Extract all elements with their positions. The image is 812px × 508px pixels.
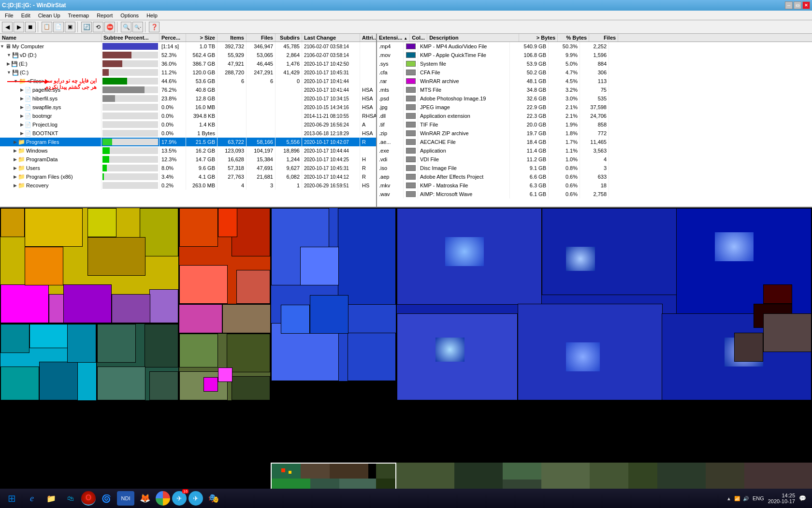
tree-row[interactable]: ▶📄swapfile.sys0.0%16.0 MB2020-10-15 14:3… xyxy=(0,103,376,112)
expand-icon[interactable]: ▶ xyxy=(7,61,10,66)
ext-row[interactable]: .mtsMTS File34.8 GB3.2%75 xyxy=(377,85,812,94)
expand-icon[interactable]: ▶ xyxy=(20,87,24,92)
tb-help[interactable]: ❓ xyxy=(149,22,160,32)
tb-cancel[interactable]: ⛔ xyxy=(104,22,115,32)
tree-row[interactable]: ▼📁<Files>44.6%53.6 GB6602020-10-17 10:41… xyxy=(0,77,376,85)
ext-col-ext[interactable]: Extensi... ▲ xyxy=(377,34,410,42)
ext-row[interactable]: .mp4KMP - MP4 Audio/Video File540.9 GB50… xyxy=(377,42,812,51)
expand-icon[interactable]: ▶ xyxy=(14,148,17,153)
col-subdirs[interactable]: Subdirs xyxy=(276,34,302,42)
tb-refresh[interactable]: 🔄 xyxy=(81,22,92,32)
ext-row[interactable]: .psdAdobe Photoshop Image.1932.6 GB3.0%5… xyxy=(377,94,812,103)
ext-row[interactable]: .exeApplication11.4 GB1.1%3,563 xyxy=(377,146,812,155)
tree-row[interactable]: ▶💾(E:)36.0%386.7 GB47,92146,4451,4762020… xyxy=(0,59,376,68)
menu-file[interactable]: File xyxy=(1,12,17,19)
ext-row[interactable]: .zipWinRAR ZIP archive19.7 GB1.8%772 xyxy=(377,129,812,138)
expand-icon[interactable]: ▶ xyxy=(14,183,17,188)
tree-row[interactable]: ▶📄bootmgr0.0%394.8 KB2014-11-21 08:10:55… xyxy=(0,112,376,120)
tree-row[interactable]: ▼💾vD (D:)52.3%562.4 GB55,92953,0652,8642… xyxy=(0,51,376,59)
ext-row[interactable]: .cfaCFA File50.2 GB4.7%306 xyxy=(377,68,812,77)
tb-stop[interactable]: ⏹ xyxy=(25,22,36,32)
ext-row[interactable]: .sysSystem file53.9 GB5.0%884 xyxy=(377,59,812,68)
expand-icon[interactable]: ▶ xyxy=(20,122,24,127)
ext-row[interactable]: .mkvKMP - Matroska File6.3 GB0.6%18 xyxy=(377,181,812,190)
expand-icon[interactable]: ▶ xyxy=(14,140,17,144)
taskbar-opera[interactable]: O xyxy=(81,491,96,506)
tb-paste[interactable]: 📄 xyxy=(53,22,64,32)
taskbar-ndi[interactable]: NDI xyxy=(117,491,134,506)
tree-row[interactable]: ▶📁Program Files (x86)3.4%4.1 GB27,76321,… xyxy=(0,172,376,181)
tree-row[interactable]: ▼💾(C:)11.2%120.0 GB288,720247,29141,4292… xyxy=(0,68,376,77)
tree-row[interactable]: ▶📄pagefile.sys76.2%40.8 GB2020-10-17 10:… xyxy=(0,85,376,94)
treemap-area[interactable] xyxy=(0,208,812,496)
ext-row[interactable]: .aepAdobe After Effects Project6.6 GB0.6… xyxy=(377,172,812,181)
ext-row[interactable]: .dllApplication extension22.3 GB2.1%24,7… xyxy=(377,112,812,120)
ext-row[interactable]: .tifTIF File20.0 GB1.9%858 xyxy=(377,120,812,129)
minimize-button[interactable]: ─ xyxy=(785,1,793,9)
menu-report[interactable]: Report xyxy=(93,12,116,19)
ext-col-color[interactable]: Col... xyxy=(410,34,427,42)
tb-zoom-out[interactable]: 🔍- xyxy=(132,22,143,32)
ext-row[interactable]: .rarWinRAR archive48.1 GB4.5%113 xyxy=(377,77,812,85)
expand-icon[interactable]: ▶ xyxy=(20,113,24,118)
ext-row[interactable]: .isoDisc Image File9.1 GB0.8%3 xyxy=(377,164,812,172)
tb-copy[interactable]: 📋 xyxy=(42,22,52,32)
col-perce[interactable]: Perce... xyxy=(160,34,186,42)
tray-arrow[interactable]: ▲ xyxy=(726,496,731,501)
expand-icon[interactable]: ▼ xyxy=(0,44,4,49)
taskbar-chrome[interactable] xyxy=(156,491,170,506)
taskbar-telegram1[interactable]: ✈16 xyxy=(172,491,187,506)
tree-row[interactable]: ▶📁Users8.0%9.6 GB57,31847,6919,6272020-1… xyxy=(0,164,376,172)
expand-icon[interactable]: ▶ xyxy=(14,166,17,170)
menu-treemap[interactable]: Treemap xyxy=(64,12,93,19)
taskbar-telegram2[interactable]: ✈ xyxy=(188,491,203,506)
taskbar-unknown1[interactable]: 🌀 xyxy=(98,490,115,507)
col-subtree[interactable]: Subtree Percent... xyxy=(102,34,160,42)
col-files[interactable]: Files xyxy=(246,34,276,42)
tree-row[interactable]: ▼🖥My Computer[1:14 s]1.0 TB392,732346,94… xyxy=(0,42,376,51)
expand-icon[interactable]: ▼ xyxy=(7,53,11,57)
ext-row[interactable]: .ae...AECACHE File18.4 GB1.7%11,465 xyxy=(377,138,812,146)
col-lastchange[interactable]: Last Change xyxy=(302,34,360,42)
ext-row[interactable]: .vdiVDI File11.2 GB1.0%4 xyxy=(377,155,812,164)
taskbar-edge[interactable]: e xyxy=(23,490,41,507)
menu-edit[interactable]: Edit xyxy=(17,12,34,19)
col-name[interactable]: Name xyxy=(0,34,102,42)
tree-row[interactable]: ▶📁Windows13.5%16.2 GB123,093104,19718,89… xyxy=(0,146,376,155)
taskbar-clock[interactable]: 14:25 2020-10-17 xyxy=(768,493,795,504)
tb-back[interactable]: ◀ xyxy=(2,22,13,32)
tb-undo[interactable]: ⟲ xyxy=(93,22,103,32)
tree-row[interactable]: ▶📄BOOTNXT0.0%1 Bytes2013-06-18 12:18:29H… xyxy=(0,129,376,138)
taskbar-explorer[interactable]: 📁 xyxy=(43,490,60,507)
tree-row[interactable]: ▶📁ProgramData12.3%14.7 GB16,62815,3841,2… xyxy=(0,155,376,164)
ext-row[interactable]: .movKMP - Apple QuickTime File106.8 GB9.… xyxy=(377,51,812,59)
tree-row[interactable]: ▶📄Project.log0.0%1.4 KB2020-06-29 16:56:… xyxy=(0,120,376,129)
tb-forward[interactable]: ▶ xyxy=(14,22,24,32)
expand-icon[interactable]: ▶ xyxy=(20,131,24,136)
tree-row[interactable]: ▶📁Program Files17.9%21.5 GB63,72258,1665… xyxy=(0,138,376,146)
taskbar-firefox[interactable]: 🦊 xyxy=(136,490,154,507)
tree-row[interactable]: ▶📄hiberfil.sys23.8%12.8 GB2020-10-17 10:… xyxy=(0,94,376,103)
menu-help[interactable]: Help xyxy=(143,12,161,19)
tray-notification[interactable]: 💬 xyxy=(799,495,806,502)
ext-row[interactable]: .wavAIMP: Microsoft Wave6.1 GB0.6%2,758 xyxy=(377,190,812,198)
expand-icon[interactable]: ▼ xyxy=(7,70,11,75)
expand-icon[interactable]: ▶ xyxy=(20,105,24,110)
ext-col-pct[interactable]: % Bytes xyxy=(558,34,589,42)
restore-button[interactable]: ▭ xyxy=(794,1,801,9)
expand-icon[interactable]: ▶ xyxy=(14,157,17,162)
ext-col-files[interactable]: Files xyxy=(589,34,618,42)
ext-col-desc[interactable]: Description xyxy=(427,34,519,42)
expand-icon[interactable]: ▶ xyxy=(20,96,24,101)
ext-col-bytes[interactable]: > Bytes xyxy=(519,34,558,42)
ext-row[interactable]: .jpgJPEG image22.9 GB2.1%37,598 xyxy=(377,103,812,112)
menu-options[interactable]: Options xyxy=(116,12,143,19)
expand-icon[interactable]: ▼ xyxy=(14,79,18,84)
start-button[interactable]: ⊞ xyxy=(2,490,21,507)
menu-cleanup[interactable]: Clean Up xyxy=(34,12,64,19)
taskbar-store[interactable]: 🛍 xyxy=(62,490,79,507)
col-items[interactable]: Items xyxy=(218,34,246,42)
taskbar-unknown2[interactable]: 🎭 xyxy=(205,490,222,507)
tb-zoom-in[interactable]: 🔍 xyxy=(121,22,131,32)
col-attri[interactable]: Attri... xyxy=(360,34,377,42)
